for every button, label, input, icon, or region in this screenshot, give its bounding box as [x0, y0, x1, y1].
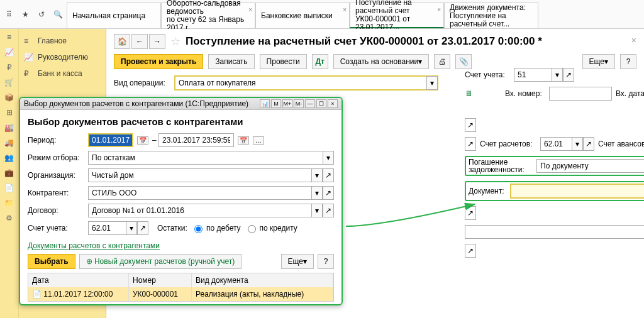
tab-osalve[interactable]: Оборотно-сальдовая ведомостьпо счету 62 … [161, 3, 255, 28]
table-row[interactable]: 📄 11.01.2017 12:00:00 УК00-000001 Реализ… [28, 287, 333, 301]
open-icon[interactable]: ↗ [323, 186, 334, 200]
extra-input[interactable] [465, 225, 644, 239]
dlg-help-button[interactable]: ? [318, 254, 334, 269]
dlg-acct-input[interactable] [88, 221, 126, 235]
factory-icon[interactable]: 🏭 [4, 123, 14, 132]
close-icon[interactable]: × [437, 6, 441, 14]
doc-input[interactable] [511, 184, 644, 198]
open-icon[interactable]: ↗ [323, 168, 334, 182]
org-input[interactable] [88, 168, 311, 182]
dropdown-icon[interactable]: ▾ [311, 204, 323, 217]
mode-label: Режим отбора: [28, 153, 84, 162]
star-icon[interactable]: ★ [19, 8, 31, 21]
doc-icon[interactable]: 📄 [4, 184, 14, 192]
dlg-acct-label: Счет учета: [28, 224, 84, 233]
dropdown-icon[interactable]: ▾ [552, 68, 563, 82]
dropdown-icon[interactable]: ▾ [426, 76, 438, 90]
history-icon[interactable]: ↺ [35, 8, 48, 21]
op-input[interactable] [175, 76, 426, 90]
wallet-icon[interactable]: 💼 [4, 168, 14, 177]
ellipsis-icon[interactable]: … [253, 136, 264, 145]
home-button[interactable]: 🏠 [114, 34, 130, 49]
period-to-input[interactable] [158, 133, 234, 147]
col-date[interactable]: Дата [28, 273, 129, 287]
dropdown-icon[interactable]: ▾ [126, 221, 137, 235]
mplus-icon[interactable]: M+ [282, 99, 292, 108]
people-icon[interactable]: 👥 [4, 153, 14, 162]
cart-icon[interactable]: 🛒 [4, 78, 14, 87]
open-icon[interactable]: ↗ [465, 118, 476, 132]
dropdown-icon[interactable]: ▾ [572, 137, 583, 151]
dialog-title: Выбор документов расчетов с контрагентам… [28, 116, 334, 127]
period-from-input[interactable]: 01.01.2017 [88, 133, 133, 147]
settle-input[interactable] [540, 137, 572, 151]
chart-icon[interactable]: 📈 [4, 48, 14, 57]
dropdown-icon[interactable]: ▾ [311, 186, 323, 200]
repay-input[interactable] [536, 159, 644, 173]
acct-input[interactable] [514, 68, 552, 82]
create-based-button[interactable]: Создать на основании ▾ [333, 54, 430, 69]
ctr-input[interactable] [88, 186, 311, 200]
m-icon[interactable]: M [271, 99, 281, 108]
tab-home[interactable]: Начальная страница [67, 3, 161, 28]
col-type[interactable]: Вид документа [192, 273, 333, 287]
repay-label: Погашение задолженности: [469, 158, 533, 173]
post-button[interactable]: Провести [260, 54, 307, 69]
apps-icon[interactable]: ⠿ [3, 8, 15, 21]
truck-icon[interactable]: 🚚 [4, 138, 14, 147]
back-button[interactable]: ← [131, 34, 148, 49]
tab-receipt[interactable]: Поступление на расчетный счетУК00-000001… [350, 3, 444, 28]
minimize-icon[interactable]: — [305, 99, 315, 108]
dk-button[interactable]: Дт [312, 54, 328, 69]
sidebar-item-bank[interactable]: ₽Банк и касса [21, 65, 103, 82]
close-icon[interactable]: × [248, 6, 252, 14]
mode-input[interactable] [88, 151, 323, 165]
ruble-icon[interactable]: ₽ [7, 63, 12, 72]
open-icon[interactable]: ↗ [583, 137, 594, 151]
folder-icon[interactable]: 📁 [4, 199, 14, 207]
calendar-icon[interactable]: 📅 [137, 136, 148, 145]
tab-bank[interactable]: Банковские выписки× [255, 3, 350, 28]
org-label: Организация: [28, 171, 84, 180]
calendar-icon[interactable]: 📅 [238, 136, 249, 145]
screen-icon[interactable]: 🖥 [465, 89, 472, 98]
print-button[interactable]: 🖨 [434, 54, 450, 69]
debit-radio[interactable]: по дебету [191, 223, 241, 233]
close-icon[interactable]: × [631, 35, 636, 45]
open-icon[interactable]: ↗ [323, 204, 334, 217]
calc-icon[interactable]: 📊 [260, 99, 270, 108]
dialog-wintitle: Выбор документов расчетов с контрагентам… [24, 99, 248, 108]
sidebar-item-main[interactable]: ≡Главное [21, 33, 103, 49]
open-icon[interactable]: ↗ [563, 68, 574, 82]
close-icon[interactable]: × [343, 6, 347, 14]
post-close-button[interactable]: Провести и закрыть [114, 54, 203, 69]
open-icon[interactable]: ↗ [465, 244, 476, 258]
favorite-icon[interactable]: ☆ [170, 35, 180, 48]
col-num[interactable]: Номер [129, 273, 192, 287]
dropdown-icon[interactable]: ▾ [323, 151, 334, 165]
dropdown-icon[interactable]: ▾ [311, 168, 323, 182]
tab-movements[interactable]: Движения документа:Поступление на расчет… [444, 3, 538, 28]
save-button[interactable]: Записать [208, 54, 254, 69]
dlg-more-button[interactable]: Еще ▾ [281, 254, 314, 269]
select-button[interactable]: Выбрать [28, 254, 75, 269]
open-icon[interactable]: ↗ [465, 206, 476, 220]
grid-icon[interactable]: ⊞ [6, 108, 13, 117]
open-icon[interactable]: ↗ [465, 137, 476, 151]
credit-radio[interactable]: по кредиту [245, 223, 297, 233]
menu-icon[interactable]: ≡ [7, 33, 11, 41]
innum-input[interactable] [549, 87, 612, 101]
sidebar-item-manager[interactable]: 📈Руководителю [21, 49, 103, 65]
open-icon[interactable]: ↗ [137, 221, 148, 235]
contract-input[interactable] [88, 204, 311, 217]
maximize-icon[interactable]: ☐ [316, 99, 326, 108]
close-icon[interactable]: × [328, 99, 338, 108]
mminus-icon[interactable]: M- [294, 99, 304, 108]
gear-icon[interactable]: ⚙ [6, 214, 13, 222]
forward-button[interactable]: → [149, 34, 165, 49]
box-icon[interactable]: 📦 [4, 93, 14, 102]
page-title: Поступление на расчетный счет УК00-00000… [186, 35, 542, 48]
new-doc-button[interactable]: ⊕ Новый документ расчетов (ручной учет) [79, 254, 242, 269]
search-icon[interactable]: 🔍 [52, 8, 64, 21]
contract-label: Договор: [28, 206, 84, 215]
